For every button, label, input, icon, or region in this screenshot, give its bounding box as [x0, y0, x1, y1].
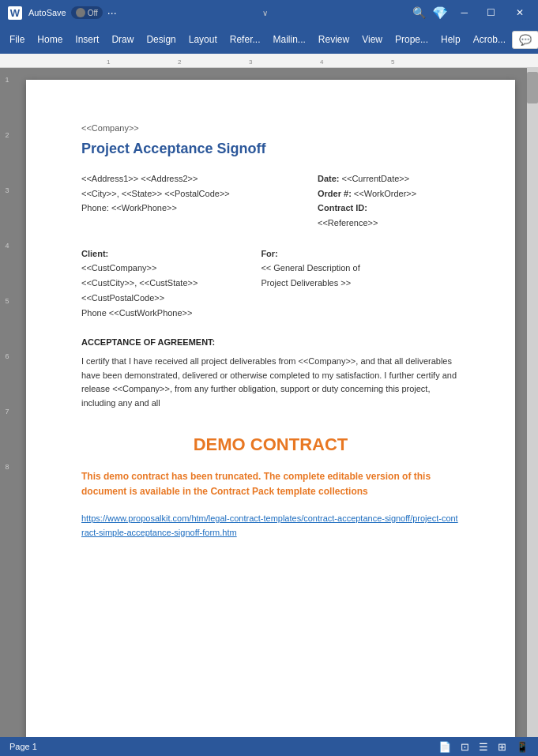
word-letter: W — [8, 6, 22, 20]
word-app-icon: W — [6, 4, 24, 21]
comment-button[interactable]: 💬 — [512, 31, 538, 49]
statusbar: Page 1 📄 ⊡ ☰ ⊞ 📱 — [0, 737, 538, 756]
focus-mode-icon[interactable]: ⊡ — [461, 741, 469, 753]
document-page: <<Company>> Project Acceptance Signoff <… — [26, 80, 515, 737]
menu-draw[interactable]: Draw — [105, 29, 140, 50]
more-options-icon[interactable]: ··· — [107, 6, 117, 19]
address-line2: <<City>>, <<State>> <<PostalCode>> — [81, 186, 230, 201]
view-icon[interactable]: ⊞ — [498, 741, 506, 753]
client-block: Client: <<CustCompany>> <<CustCity>>, <<… — [81, 246, 460, 320]
order-label: Order #: — [318, 189, 352, 198]
left-margin: 1 2 3 4 5 6 7 8 — [0, 68, 14, 737]
client-city: <<CustCity>>, <<CustState>> — [81, 276, 198, 291]
document-scroll-area[interactable]: <<Company>> Project Acceptance Signoff <… — [14, 68, 527, 737]
ruler-mark-3: 3 — [249, 58, 252, 66]
autosave-label: AutoSave — [28, 8, 66, 17]
client-company: <<CustCompany>> — [81, 261, 198, 276]
company-placeholder: <<Company>> — [81, 123, 460, 133]
margin-num-3: 3 — [5, 186, 9, 194]
margin-num-7: 7 — [5, 408, 9, 416]
close-button[interactable]: ✕ — [508, 6, 532, 20]
scroll-thumb[interactable] — [527, 72, 538, 103]
ruler-mark-2: 2 — [178, 58, 181, 66]
comment-icon: 💬 — [519, 34, 532, 46]
order-value: <<WorkOrder>> — [354, 189, 416, 198]
menu-acrobat[interactable]: Acrob... — [467, 29, 512, 50]
date-label: Date: — [318, 174, 340, 183]
address-line3: Phone: <<WorkPhone>> — [81, 201, 230, 216]
address-block: <<Address1>> <<Address2>> <<City>>, <<St… — [81, 171, 460, 231]
margin-num-1: 1 — [5, 76, 9, 84]
menu-view[interactable]: View — [356, 29, 389, 50]
date-row: Date: <<CurrentDate>> — [318, 171, 460, 186]
mobile-view-icon[interactable]: 📱 — [516, 741, 529, 753]
demo-description: This demo contract has been truncated. T… — [81, 469, 460, 499]
margin-num-2: 2 — [5, 131, 9, 139]
ruler-mark-1: 1 — [107, 58, 110, 66]
acceptance-header: ACCEPTANCE OF AGREEMENT: — [81, 337, 460, 347]
for-value1: << General Description of — [261, 261, 359, 276]
address-line1: <<Address1>> <<Address2>> — [81, 171, 230, 186]
menu-insert[interactable]: Insert — [69, 29, 105, 50]
address-left: <<Address1>> <<Address2>> <<City>>, <<St… — [81, 171, 230, 231]
titlebar-center: ∨ — [117, 9, 413, 17]
ruler-mark-4: 4 — [320, 58, 323, 66]
menu-layout[interactable]: Layout — [182, 29, 224, 50]
client-header: Client: — [81, 246, 198, 261]
menu-mailings[interactable]: Mailin... — [266, 29, 311, 50]
titlebar: W AutoSave Off ··· ∨ 🔍 💎 ─ ☐ ✕ — [0, 0, 538, 25]
search-icon[interactable]: 🔍 — [412, 6, 426, 19]
ruler-body: 1 2 3 4 5 — [12, 54, 526, 67]
titlebar-right: 🔍 💎 ─ ☐ ✕ — [412, 6, 532, 21]
address-right: Date: <<CurrentDate>> Order #: <<WorkOrd… — [318, 171, 460, 231]
menubar-right: 💬 ✏ Editing ∨ — [512, 30, 538, 49]
demo-link[interactable]: https://www.proposalkit.com/htm/legal-co… — [81, 512, 460, 540]
menu-design[interactable]: Design — [140, 29, 182, 50]
page-view-icon[interactable]: 📄 — [438, 741, 451, 753]
main-area: 1 2 3 4 5 6 7 8 <<Company>> Project Acce… — [0, 68, 538, 737]
layout-icon[interactable]: ☰ — [479, 741, 488, 753]
order-row: Order #: <<WorkOrder>> — [318, 186, 460, 201]
title-chevron-icon: ∨ — [262, 9, 268, 17]
margin-num-8: 8 — [5, 463, 9, 471]
menubar: File Home Insert Draw Design Layout Refe… — [0, 25, 538, 54]
margin-num-6: 6 — [5, 352, 9, 360]
ruler-mark-5: 5 — [391, 58, 394, 66]
client-phone: Phone <<CustWorkPhone>> — [81, 306, 198, 321]
menu-help[interactable]: Help — [435, 29, 467, 50]
body-text: I certify that I have received all proje… — [81, 355, 460, 410]
toggle-state: Off — [88, 9, 98, 17]
margin-num-4: 4 — [5, 242, 9, 250]
document-title: Project Acceptance Signoff — [81, 141, 460, 157]
margin-num-5: 5 — [5, 297, 9, 305]
contract-label: Contract ID: — [318, 203, 367, 213]
vertical-scrollbar[interactable] — [527, 68, 538, 737]
menu-file[interactable]: File — [3, 29, 31, 50]
autosave-toggle[interactable]: Off — [71, 6, 103, 19]
contract-value: <<Reference>> — [318, 216, 460, 231]
demo-title: DEMO CONTRACT — [81, 434, 460, 455]
contract-row: Contract ID: — [318, 201, 460, 216]
menu-properties[interactable]: Prope... — [389, 29, 435, 50]
minimize-button[interactable]: ─ — [454, 6, 474, 20]
menu-home[interactable]: Home — [31, 29, 69, 50]
for-column: For: << General Description of Project D… — [261, 246, 359, 320]
statusbar-right: 📄 ⊡ ☰ ⊞ 📱 — [438, 741, 529, 753]
for-value2: Project Deliverables >> — [261, 276, 359, 291]
client-column: Client: <<CustCompany>> <<CustCity>>, <<… — [81, 246, 198, 320]
date-value: <<CurrentDate>> — [342, 174, 410, 183]
menu-review[interactable]: Review — [312, 29, 356, 50]
gem-icon[interactable]: 💎 — [432, 6, 448, 21]
toggle-knob — [76, 8, 85, 17]
for-header: For: — [261, 246, 359, 261]
client-postal: <<CustPostalCode>> — [81, 291, 198, 306]
menu-references[interactable]: Refer... — [224, 29, 267, 50]
page-info: Page 1 — [9, 742, 37, 751]
titlebar-left: W AutoSave Off ··· — [6, 4, 117, 21]
ruler: 1 2 3 4 5 — [0, 54, 538, 68]
maximize-button[interactable]: ☐ — [480, 6, 502, 20]
